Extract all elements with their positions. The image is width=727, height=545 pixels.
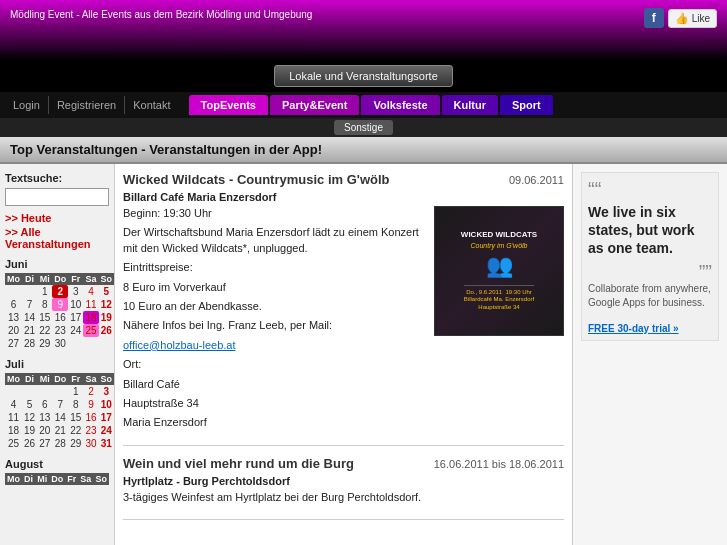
- wicked-silhouettes-icon: 👥: [486, 253, 513, 279]
- nav-register[interactable]: Registrieren: [49, 96, 125, 114]
- tab-sport[interactable]: Sport: [500, 95, 553, 115]
- event-subtitle-2: Hyrtlplatz - Burg Perchtoldsdorf: [123, 475, 564, 487]
- venues-bar: Lokale und Veranstaltungsorte: [0, 60, 727, 92]
- event-text-1: Beginn: 19:30 Uhr Der Wirtschaftsbund Ma…: [123, 206, 426, 435]
- search-label: Textsuche:: [5, 172, 109, 184]
- sidebar-today-link[interactable]: >> Heute: [5, 212, 109, 224]
- like-button[interactable]: 👍 Like: [668, 9, 717, 28]
- main-content: Wicked Wildcats - Countrymusic im G'wölb…: [115, 164, 572, 545]
- site-title: Mödling Event - Alle Events aus dem Bezi…: [10, 5, 717, 24]
- right-sidebar: ““ We live in six states, but work as on…: [572, 164, 727, 545]
- open-quote: ““: [588, 179, 712, 199]
- tab-sonstige[interactable]: Sonstige: [334, 120, 393, 135]
- free-trial-link[interactable]: FREE 30-day trial »: [588, 323, 679, 334]
- event-image-1: WICKED WILDCATS Country im G'wölb 👥 Do.,…: [434, 206, 564, 336]
- july-title: Juli: [5, 358, 109, 370]
- nav-login[interactable]: Login: [5, 96, 49, 114]
- quote-text: We live in six states, but work as one t…: [588, 203, 712, 258]
- calendar-july: Juli MoDiMiDoFrSaSo 123 45678910 1112131…: [5, 358, 109, 450]
- july-table: MoDiMiDoFrSaSo 123 45678910 111213141516…: [5, 373, 114, 450]
- event-card-2: Wein und viel mehr rund um die Burg 16.0…: [123, 456, 564, 520]
- page-title: Top Veranstaltungen - Veranstaltungen in…: [0, 137, 727, 164]
- event-body-1: Beginn: 19:30 Uhr Der Wirtschaftsbund Ma…: [123, 206, 564, 435]
- calendar-june: Juni MoDiMiDoFrSaSo 12345 6789101112 131…: [5, 258, 109, 350]
- left-sidebar: Textsuche: >> Heute >> Alle Veranstaltun…: [0, 164, 115, 545]
- wicked-title: WICKED WILDCATS: [461, 230, 537, 240]
- nav-left: Login Registrieren Kontakt: [0, 96, 179, 114]
- calendar-august: August MoDiMiDoFrSaSo: [5, 458, 109, 485]
- nav-contact[interactable]: Kontakt: [125, 96, 178, 114]
- thumb-icon: 👍: [675, 12, 689, 25]
- top-bar: Mödling Event - Alle Events aus dem Bezi…: [0, 0, 727, 60]
- event-desc1: Der Wirtschaftsbund Maria Enzersdorf läd…: [123, 225, 426, 256]
- tab-party[interactable]: Party&Event: [270, 95, 359, 115]
- event-header-1: Wicked Wildcats - Countrymusic im G'wölb…: [123, 172, 564, 187]
- tab-kultur[interactable]: Kultur: [442, 95, 498, 115]
- event-location-2: Hauptstraße 34: [123, 396, 426, 411]
- june-title: Juni: [5, 258, 109, 270]
- june-table: MoDiMiDoFrSaSo 12345 6789101112 13141516…: [5, 273, 114, 350]
- wicked-bottom: Do., 9.6.2011 19:30 Uhr Billardcafé Ma. …: [464, 285, 534, 312]
- august-title: August: [5, 458, 109, 470]
- close-quote: ””: [588, 262, 712, 282]
- event-begin: Beginn: 19:30 Uhr: [123, 206, 426, 221]
- event-card-1: Wicked Wildcats - Countrymusic im G'wölb…: [123, 172, 564, 446]
- event-text-2: 3-tägiges Weinfest am Hyrtlplatz bei der…: [123, 490, 564, 505]
- event-email[interactable]: office@holzbau-leeb.at: [123, 338, 426, 353]
- wicked-subtitle: Country im G'wölb: [471, 242, 528, 249]
- venues-button[interactable]: Lokale und Veranstaltungsorte: [274, 65, 453, 87]
- august-table: MoDiMiDoFrSaSo: [5, 473, 109, 485]
- nav-sub-bar: Sonstige: [0, 118, 727, 137]
- sidebar-all-link[interactable]: >> Alle Veranstaltungen: [5, 226, 109, 250]
- facebook-icon[interactable]: f: [644, 8, 664, 28]
- event-title-2[interactable]: Wein und viel mehr rund um die Burg: [123, 456, 354, 471]
- event-date-1: 09.06.2011: [509, 174, 564, 186]
- event-tickets-label: Eintrittspreise:: [123, 260, 426, 275]
- event-desc2: 3-tägiges Weinfest am Hyrtlplatz bei der…: [123, 490, 564, 505]
- event-location-1: Billard Café: [123, 377, 426, 392]
- event-tickets-2: 10 Euro an der Abendkasse.: [123, 299, 426, 314]
- tab-topevents[interactable]: TopEvents: [189, 95, 268, 115]
- facebook-area: f 👍 Like: [644, 8, 717, 28]
- nav-main-tabs: TopEvents Party&Event Volksfeste Kultur …: [189, 95, 553, 115]
- event-date-2: 16.06.2011 bis 18.06.2011: [434, 458, 564, 470]
- event-header-2: Wein und viel mehr rund um die Burg 16.0…: [123, 456, 564, 471]
- event-location-3: Maria Enzersdorf: [123, 415, 426, 430]
- search-input[interactable]: [5, 188, 109, 206]
- quote-box: ““ We live in six states, but work as on…: [581, 172, 719, 341]
- event-location-label: Ort:: [123, 357, 426, 372]
- event-info: Nähere Infos bei Ing. Franz Leeb, per Ma…: [123, 318, 426, 333]
- event-title-1[interactable]: Wicked Wildcats - Countrymusic im G'wölb: [123, 172, 390, 187]
- event-subtitle-1: Billard Café Maria Enzersdorf: [123, 191, 564, 203]
- event-tickets-1: 8 Euro im Vorverkauf: [123, 280, 426, 295]
- event-image-inner-1: WICKED WILDCATS Country im G'wölb 👥 Do.,…: [435, 207, 563, 335]
- main-layout: Textsuche: >> Heute >> Alle Veranstaltun…: [0, 164, 727, 545]
- tab-volksfeste[interactable]: Volksfeste: [361, 95, 439, 115]
- nav-bar: Login Registrieren Kontakt TopEvents Par…: [0, 92, 727, 118]
- quote-sub: Collaborate from anywhere, Google Apps f…: [588, 282, 712, 310]
- sidebar-links: >> Heute >> Alle Veranstaltungen: [5, 212, 109, 250]
